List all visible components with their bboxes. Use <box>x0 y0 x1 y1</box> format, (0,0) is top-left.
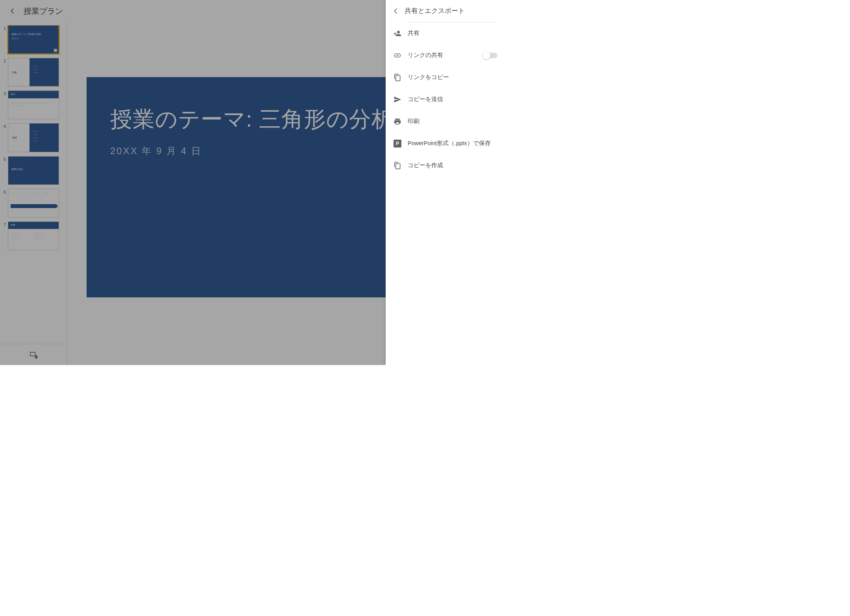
powerpoint-badge-icon: P <box>394 140 401 148</box>
panel-header: 共有とエクスポート <box>386 0 504 22</box>
menu-label: コピーを作成 <box>408 162 497 170</box>
chevron-left-icon <box>392 7 400 15</box>
link-sharing-toggle[interactable] <box>483 53 497 58</box>
menu-label: リンクの共有 <box>408 52 483 59</box>
menu-share[interactable]: 共有 <box>386 22 504 44</box>
menu-save-pptx[interactable]: P PowerPoint形式（.pptx）で保存 <box>386 133 504 155</box>
panel-back-button[interactable] <box>387 2 405 20</box>
app-root: 授業プラン 1 授業のテーマ: 三角形の分析 20XX 年 <box>0 0 504 365</box>
file-copy-icon <box>394 162 401 170</box>
menu-label: コピーを送信 <box>408 96 497 103</box>
menu-label: 共有 <box>408 30 497 37</box>
menu-print[interactable]: 印刷 <box>386 111 504 133</box>
menu-copy-link[interactable]: リンクをコピー <box>386 66 504 89</box>
menu-label: PowerPoint形式（.pptx）で保存 <box>408 140 497 148</box>
menu-link-sharing[interactable]: リンクの共有 <box>386 44 504 66</box>
link-icon <box>394 52 401 59</box>
copy-icon <box>394 74 401 81</box>
print-icon <box>394 118 401 125</box>
menu-make-copy[interactable]: コピーを作成 <box>386 155 504 177</box>
menu-send-copy[interactable]: コピーを送信 <box>386 89 504 111</box>
toggle-knob <box>482 52 490 59</box>
panel-title: 共有とエクスポート <box>405 6 465 15</box>
person-add-icon <box>394 30 401 37</box>
menu-label: 印刷 <box>408 118 497 125</box>
menu-label: リンクをコピー <box>408 74 497 81</box>
send-icon <box>394 96 401 103</box>
share-export-panel: 共有とエクスポート 共有 リンクの共有 リンクをコピー コピーを送信 印刷 P … <box>386 0 504 365</box>
